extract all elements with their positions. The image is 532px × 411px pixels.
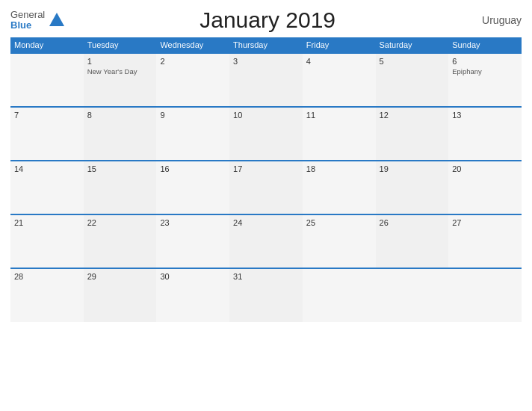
day-number: 18 bbox=[306, 164, 372, 173]
day-number: 26 bbox=[380, 218, 445, 227]
calendar-cell: 16 bbox=[156, 161, 229, 214]
month-title: January 2019 bbox=[66, 7, 469, 33]
day-number: 20 bbox=[452, 164, 518, 173]
holiday-label: Epiphany bbox=[452, 67, 518, 75]
day-number: 12 bbox=[380, 111, 445, 120]
day-number: 13 bbox=[452, 111, 518, 120]
calendar-cell: 6Epiphany bbox=[448, 53, 522, 107]
calendar-cell: 19 bbox=[376, 161, 449, 214]
calendar-header-row: Monday Tuesday Wednesday Thursday Friday… bbox=[10, 37, 522, 53]
day-number: 31 bbox=[233, 272, 299, 281]
calendar-cell: 23 bbox=[156, 214, 229, 268]
calendar-cell: 4 bbox=[303, 53, 376, 107]
calendar-cell: 27 bbox=[448, 214, 522, 268]
day-number: 15 bbox=[87, 164, 153, 173]
calendar-cell: 25 bbox=[303, 214, 376, 268]
calendar-cell: 11 bbox=[303, 107, 376, 161]
calendar-cell: 13 bbox=[448, 107, 522, 161]
calendar-cell: 14 bbox=[10, 161, 84, 214]
day-number: 29 bbox=[87, 272, 153, 281]
day-number: 28 bbox=[14, 272, 80, 281]
calendar-cell: 10 bbox=[229, 107, 303, 161]
day-number: 4 bbox=[306, 57, 372, 66]
calendar-cell: 31 bbox=[229, 268, 303, 322]
day-number: 11 bbox=[306, 111, 372, 120]
day-number: 7 bbox=[14, 111, 80, 120]
day-number: 21 bbox=[14, 218, 80, 227]
calendar-cell: 8 bbox=[84, 107, 157, 161]
calendar-cell: 30 bbox=[156, 268, 229, 322]
weekday-saturday: Saturday bbox=[376, 37, 449, 53]
day-number: 30 bbox=[160, 272, 226, 281]
calendar-cell: 29 bbox=[84, 268, 157, 322]
calendar-cell: 26 bbox=[376, 214, 449, 268]
weekday-sunday: Sunday bbox=[448, 37, 522, 53]
day-number: 9 bbox=[160, 111, 226, 120]
weekday-thursday: Thursday bbox=[229, 37, 303, 53]
calendar-cell: 18 bbox=[303, 161, 376, 214]
calendar-cell: 3 bbox=[229, 53, 303, 107]
calendar-cell bbox=[376, 268, 449, 322]
day-number: 25 bbox=[306, 218, 372, 227]
calendar-cell: 12 bbox=[376, 107, 449, 161]
day-number: 24 bbox=[233, 218, 299, 227]
logo-general: General bbox=[10, 10, 45, 20]
day-number: 3 bbox=[233, 57, 299, 66]
day-number: 23 bbox=[160, 218, 226, 227]
calendar-cell: 15 bbox=[84, 161, 157, 214]
calendar-cell: 1New Year's Day bbox=[84, 53, 157, 107]
weekday-friday: Friday bbox=[303, 37, 376, 53]
calendar-body: 1New Year's Day23456Epiphany789101112131… bbox=[10, 53, 522, 322]
day-number: 17 bbox=[233, 164, 299, 173]
weekday-wednesday: Wednesday bbox=[156, 37, 229, 53]
calendar-cell: 24 bbox=[229, 214, 303, 268]
svg-marker-0 bbox=[49, 13, 64, 26]
day-number: 27 bbox=[452, 218, 518, 227]
day-number: 19 bbox=[380, 164, 445, 173]
calendar-cell: 20 bbox=[448, 161, 522, 214]
logo: General Blue bbox=[10, 10, 66, 31]
holiday-label: New Year's Day bbox=[87, 67, 153, 75]
calendar-cell: 17 bbox=[229, 161, 303, 214]
weekday-tuesday: Tuesday bbox=[84, 37, 157, 53]
calendar-cell: 7 bbox=[10, 107, 84, 161]
calendar-cell: 28 bbox=[10, 268, 84, 322]
day-number: 5 bbox=[380, 57, 445, 66]
day-number: 1 bbox=[87, 57, 153, 66]
calendar-cell bbox=[303, 268, 376, 322]
calendar-page: General Blue January 2019 Uruguay Monday… bbox=[0, 0, 532, 411]
country-label: Uruguay bbox=[469, 14, 522, 26]
day-number: 10 bbox=[233, 111, 299, 120]
day-number: 6 bbox=[452, 57, 518, 66]
calendar-cell bbox=[448, 268, 522, 322]
day-number: 16 bbox=[160, 164, 226, 173]
calendar-header: General Blue January 2019 Uruguay bbox=[10, 7, 522, 33]
day-number: 14 bbox=[14, 164, 80, 173]
calendar-cell bbox=[10, 53, 84, 107]
calendar-cell: 22 bbox=[84, 214, 157, 268]
logo-icon bbox=[48, 11, 66, 29]
day-number: 8 bbox=[87, 111, 153, 120]
calendar-table: Monday Tuesday Wednesday Thursday Friday… bbox=[10, 37, 522, 322]
day-number: 2 bbox=[160, 57, 226, 66]
logo-blue: Blue bbox=[10, 20, 45, 31]
calendar-cell: 5 bbox=[376, 53, 449, 107]
logo-text: General Blue bbox=[10, 10, 45, 31]
weekday-monday: Monday bbox=[10, 37, 84, 53]
day-number: 22 bbox=[87, 218, 153, 227]
calendar-cell: 2 bbox=[156, 53, 229, 107]
calendar-cell: 21 bbox=[10, 214, 84, 268]
calendar-cell: 9 bbox=[156, 107, 229, 161]
